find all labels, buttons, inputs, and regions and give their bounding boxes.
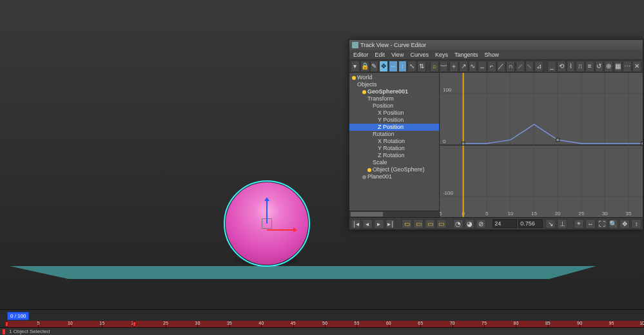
rc-icon-2[interactable]: ⟲ <box>557 61 566 72</box>
menu-curves[interactable]: Curves <box>410 52 429 58</box>
tree-row[interactable]: Z Position <box>349 124 439 131</box>
nav-last-icon[interactable]: ▸∣ <box>385 219 396 229</box>
scale-values-icon[interactable]: ⇅ <box>417 61 426 72</box>
curve-editor-titlebar[interactable]: Track View - Curve Editor <box>349 40 643 50</box>
zoom-ext-icon[interactable]: ⛶ <box>597 219 607 229</box>
curve-editor-title: Track View - Curve Editor <box>360 42 426 48</box>
curve-graph[interactable]: -1000100-505101520253035 <box>440 73 643 217</box>
tree-row[interactable]: X Rotation <box>349 138 439 145</box>
rc-icon-4[interactable]: ⎍ <box>576 61 585 72</box>
rc-icon-1[interactable]: ⎯ <box>547 61 556 72</box>
tangent-custom-icon[interactable]: ⊿ <box>534 61 543 72</box>
ground-plane[interactable] <box>10 247 596 279</box>
menu-edit[interactable]: Edit <box>375 52 385 58</box>
filter-icon[interactable]: ▾ <box>351 61 360 72</box>
curve-editor-window[interactable]: Track View - Curve Editor EditorEditView… <box>349 39 643 230</box>
tree-row[interactable]: Rotation <box>349 131 439 138</box>
timeline-key[interactable] <box>133 321 136 327</box>
curve-editor-toolbar-bottom[interactable]: ∣◂ ◂ ▸ ▸∣ ▭ ▭ ▭ ▭ ◔ ◕ ⊘ ↘ ⊥ ⌖ ↔ ⛶ 🔍 ✥ ↕ <box>349 217 643 229</box>
menu-editor[interactable]: Editor <box>353 52 369 58</box>
lock-icon[interactable]: 🔒 <box>360 61 369 72</box>
zoom-ext-h-icon[interactable]: ↔ <box>585 219 596 229</box>
svg-rect-25 <box>462 142 465 145</box>
tree-row[interactable]: Y Rotation <box>349 145 439 152</box>
gizmo-axis-z[interactable] <box>266 200 268 224</box>
menu-view[interactable]: View <box>391 52 404 58</box>
tree-row[interactable]: Scale <box>349 159 439 166</box>
svg-text:0: 0 <box>443 139 446 144</box>
time-slider-area[interactable]: 0 / 100 05101520253035404550556065707580… <box>0 309 644 335</box>
geosphere-object[interactable] <box>226 182 308 265</box>
rc-icon-3[interactable]: ⌇ <box>567 61 576 72</box>
svg-text:15: 15 <box>531 211 537 216</box>
show-tang-icon[interactable]: ↘ <box>545 219 556 229</box>
tangent-fast-icon[interactable]: ⟋ <box>516 61 525 72</box>
menu-tangents[interactable]: Tangents <box>454 52 478 58</box>
pan-icon[interactable]: ✥ <box>620 219 630 229</box>
timeline-key[interactable] <box>5 321 8 327</box>
draw-curve-icon[interactable]: 〰 <box>440 61 449 72</box>
svg-text:30: 30 <box>602 211 608 216</box>
zoom-region-icon[interactable]: ⌖ <box>574 219 584 229</box>
svg-text:20: 20 <box>555 211 561 216</box>
curve-editor-toolbar-top[interactable]: ▾ 🔒 ✎ ✥ ↔ ↕ ⤡ ⇅ ⌕ 〰 ＋ ↗ ∿ ⎽ ⌐ ／ ∩ ⟋ ⟍ ⊿ … <box>349 59 643 73</box>
curve-editor-menubar[interactable]: EditorEditViewCurvesKeysTangentsShow <box>349 50 643 59</box>
nav-first-icon[interactable]: ∣◂ <box>351 219 361 229</box>
menu-keys[interactable]: Keys <box>435 52 448 58</box>
tangent-linear-icon[interactable]: ／ <box>497 61 506 72</box>
region-icon-1[interactable]: ▭ <box>402 219 412 229</box>
move-keys-icon[interactable]: ✥ <box>379 61 388 72</box>
move-vert-icon[interactable]: ↕ <box>398 61 407 72</box>
tree-row[interactable]: Position <box>349 102 439 110</box>
tree-row[interactable]: Object (GeoSphere) <box>349 166 439 173</box>
tree-scrollbar[interactable] <box>349 211 439 217</box>
nav-prev-icon[interactable]: ◂ <box>362 219 373 229</box>
tree-row[interactable]: GeoSphere001 <box>349 88 439 95</box>
tree-row[interactable]: Plane001 <box>349 173 439 180</box>
status-bar: 1 Object Selected <box>0 327 644 335</box>
rc-icon-10[interactable]: ✕ <box>632 61 641 72</box>
zoom-icon[interactable]: 🔍 <box>609 219 619 229</box>
zoom-time-icon[interactable]: ↕ <box>631 219 641 229</box>
tree-row[interactable]: Z Rotation <box>349 152 439 159</box>
stats-icon[interactable]: ◔ <box>453 219 463 229</box>
gizmo-axis-x[interactable] <box>267 229 294 231</box>
tool-icon[interactable]: ✎ <box>370 61 379 72</box>
tangent-slow-icon[interactable]: ⟍ <box>525 61 534 72</box>
menu-show[interactable]: Show <box>484 52 499 58</box>
region-icon-2[interactable]: ▭ <box>413 219 424 229</box>
svg-text:25: 25 <box>578 211 584 216</box>
tangent-step-icon[interactable]: ⌐ <box>487 61 496 72</box>
rc-icon-7[interactable]: ⊕ <box>604 61 613 72</box>
snap-icon[interactable]: ⌕ <box>430 61 439 72</box>
tree-row[interactable]: X Position <box>349 110 439 117</box>
add-key-icon[interactable]: ＋ <box>449 61 458 72</box>
tool2-icon[interactable]: ↗ <box>459 61 468 72</box>
tangent-smooth-icon[interactable]: ∩ <box>506 61 515 72</box>
move-horiz-icon[interactable]: ↔ <box>389 61 398 72</box>
tree-row[interactable]: Transform <box>349 95 439 102</box>
stats-icon-3[interactable]: ⊘ <box>476 219 486 229</box>
stats-icon-2[interactable]: ◕ <box>465 219 475 229</box>
key-value-input[interactable] <box>518 219 543 228</box>
tangent-flat-icon[interactable]: ⎽ <box>478 61 487 72</box>
key-frame-input[interactable] <box>493 219 517 228</box>
rc-icon-9[interactable]: ⋯ <box>623 61 632 72</box>
nav-next-icon[interactable]: ▸ <box>374 219 384 229</box>
tree-row[interactable]: Objects <box>349 81 439 88</box>
tree-row[interactable]: Y Position <box>349 117 439 124</box>
tree-row[interactable]: World <box>349 74 439 81</box>
rc-icon-5[interactable]: ≡ <box>585 61 594 72</box>
rc-icon-6[interactable]: ↺ <box>595 61 604 72</box>
scale-keys-icon[interactable]: ⤡ <box>407 61 416 72</box>
controller-tree[interactable]: WorldObjectsGeoSphere001TransformPositio… <box>349 73 440 217</box>
region-icon-4[interactable]: ▭ <box>436 219 447 229</box>
svg-text:100: 100 <box>443 87 452 93</box>
svg-text:-100: -100 <box>443 190 454 196</box>
rc-icon-8[interactable]: ▦ <box>614 61 623 72</box>
lock-tang-icon[interactable]: ⊥ <box>557 219 567 229</box>
region-icon-3[interactable]: ▭ <box>425 219 435 229</box>
status-text: 1 Object Selected <box>9 329 50 334</box>
frame-indicator[interactable]: 0 / 100 <box>7 312 29 320</box>
tangent-auto-icon[interactable]: ∿ <box>469 61 478 72</box>
